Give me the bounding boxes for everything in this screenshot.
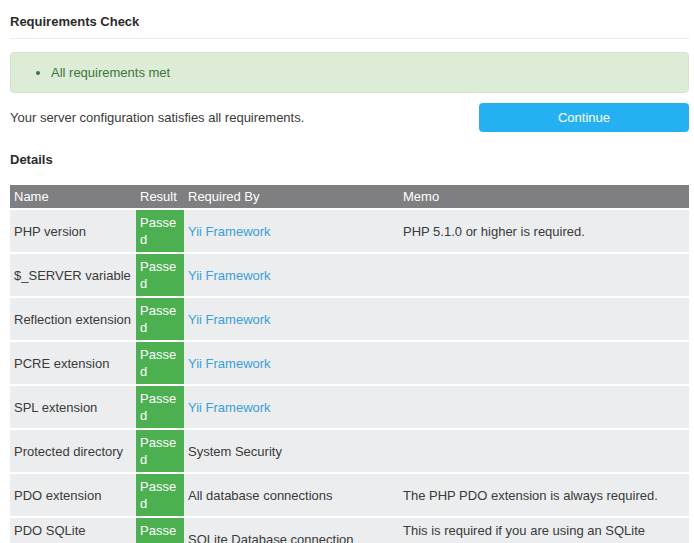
page-container: Requirements Check All requirements met … xyxy=(0,0,694,543)
table-row: Reflection extensionPassedYii Framework xyxy=(10,298,689,340)
continue-button[interactable]: Continue xyxy=(479,103,689,132)
memo-cell: The PHP PDO extension is always required… xyxy=(399,474,689,516)
required-by-cell: All database connections xyxy=(184,474,399,516)
requirement-name-cell: Reflection extension xyxy=(10,298,136,340)
memo-cell xyxy=(399,430,689,472)
required-by-link[interactable]: Yii Framework xyxy=(188,356,271,371)
column-header-name: Name xyxy=(10,185,136,208)
required-by-cell: Yii Framework xyxy=(184,210,399,252)
required-by-link[interactable]: Yii Framework xyxy=(188,224,271,239)
success-alert: All requirements met xyxy=(10,52,689,93)
memo-cell: This is required if you are using an SQL… xyxy=(399,518,689,543)
column-header-memo: Memo xyxy=(399,185,689,208)
alert-list: All requirements met xyxy=(21,64,678,81)
column-header-required-by: Required By xyxy=(184,185,399,208)
requirement-name-cell: PHP version xyxy=(10,210,136,252)
table-row: PDO SQLite extensionPassedSQLite Databas… xyxy=(10,518,689,543)
memo-cell xyxy=(399,342,689,384)
requirement-name-cell: $_SERVER variable xyxy=(10,254,136,296)
result-status-badge: Passed xyxy=(136,254,184,296)
table-row: PCRE extensionPassedYii Framework xyxy=(10,342,689,384)
result-status-badge: Passed xyxy=(136,210,184,252)
result-status-badge: Passed xyxy=(136,342,184,384)
requirement-name-cell: PDO SQLite extension xyxy=(10,518,136,543)
alert-item: All requirements met xyxy=(51,64,678,81)
required-by-link[interactable]: Yii Framework xyxy=(188,400,271,415)
table-row: PDO extensionPassedAll database connecti… xyxy=(10,474,689,516)
requirement-name-cell: Protected directory xyxy=(10,430,136,472)
table-header: Name Result Required By Memo xyxy=(10,185,689,208)
result-status-badge: Passed xyxy=(136,518,184,543)
requirement-name-cell: PCRE extension xyxy=(10,342,136,384)
required-by-link[interactable]: Yii Framework xyxy=(188,268,271,283)
requirement-name-cell: PDO extension xyxy=(10,474,136,516)
required-by-cell: Yii Framework xyxy=(184,254,399,296)
result-status-badge: Passed xyxy=(136,474,184,516)
requirements-table: Name Result Required By Memo PHP version… xyxy=(10,183,689,543)
details-title: Details xyxy=(10,152,689,167)
required-by-cell: System Security xyxy=(184,430,399,472)
actions-row: Your server configuration satisfies all … xyxy=(10,102,689,133)
column-header-result: Result xyxy=(136,185,184,208)
requirement-name-cell: SPL extension xyxy=(10,386,136,428)
result-status-badge: Passed xyxy=(136,298,184,340)
required-by-cell: Yii Framework xyxy=(184,386,399,428)
memo-cell xyxy=(399,298,689,340)
memo-cell xyxy=(399,254,689,296)
table-row: $_SERVER variablePassedYii Framework xyxy=(10,254,689,296)
requirements-table-body: PHP versionPassedYii FrameworkPHP 5.1.0 … xyxy=(10,210,689,543)
required-by-cell: Yii Framework xyxy=(184,342,399,384)
title-divider xyxy=(10,38,689,39)
table-row: PHP versionPassedYii FrameworkPHP 5.1.0 … xyxy=(10,210,689,252)
page-title: Requirements Check xyxy=(10,14,689,29)
result-status-badge: Passed xyxy=(136,430,184,472)
table-row: SPL extensionPassedYii Framework xyxy=(10,386,689,428)
summary-text: Your server configuration satisfies all … xyxy=(10,109,304,126)
table-row: Protected directoryPassedSystem Security xyxy=(10,430,689,472)
required-by-cell: SQLite Database connection xyxy=(184,518,399,543)
memo-cell: PHP 5.1.0 or higher is required. xyxy=(399,210,689,252)
required-by-cell: Yii Framework xyxy=(184,298,399,340)
result-status-badge: Passed xyxy=(136,386,184,428)
memo-cell xyxy=(399,386,689,428)
required-by-link[interactable]: Yii Framework xyxy=(188,312,271,327)
